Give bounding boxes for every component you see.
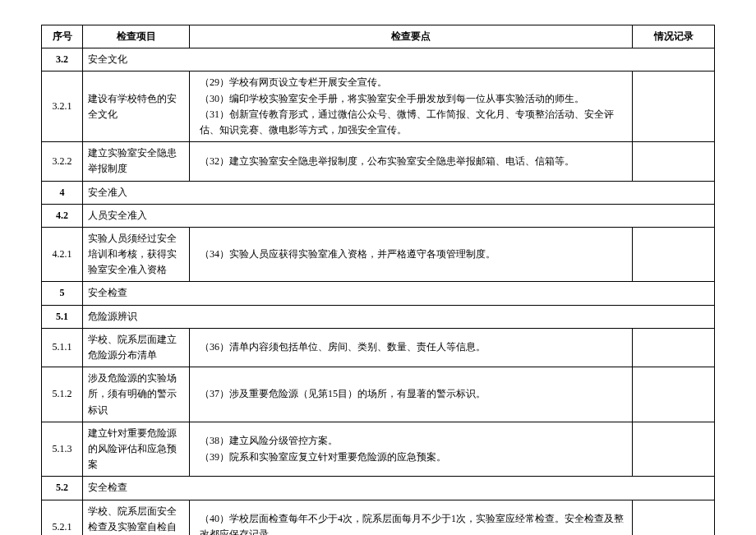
- table-row: 5.2.1 学校、院系层面安全检查及实验室自检自查 （40）学校层面检查每年不少…: [42, 500, 715, 535]
- table-row: 5.1.1 学校、院系层面建立危险源分布清单 （36）清单内容须包括单位、房间、…: [42, 328, 715, 367]
- record-cell: [633, 328, 715, 367]
- seq-cell: 5.2: [42, 477, 83, 500]
- item-cell: 建立实验室安全隐患举报制度: [83, 142, 190, 181]
- keypoints-cell: （38）建立风险分级管控方案。 （39）院系和实验室应复立针对重要危险源的应急预…: [190, 422, 633, 477]
- point-text: （32）建立实验室安全隐患举报制度，公布实验室安全隐患举报邮箱、电话、信箱等。: [200, 154, 627, 169]
- point-text: （38）建立风险分级管控方案。: [200, 433, 627, 449]
- section-title-cell: 危险源辨识: [83, 305, 715, 328]
- seq-cell: 3.2.2: [42, 142, 83, 181]
- record-cell: [633, 422, 715, 477]
- section-title-cell: 安全检查: [83, 282, 715, 305]
- item-cell: 涉及危险源的实验场所，须有明确的警示标识: [83, 367, 190, 422]
- table-row: 5.2 安全检查: [42, 477, 715, 500]
- keypoints-cell: （36）清单内容须包括单位、房间、类别、数量、责任人等信息。: [190, 328, 633, 367]
- point-text: （40）学校层面检查每年不少于4次，院系层面每月不少于1次，实验室应经常检查。安…: [200, 511, 627, 535]
- seq-cell: 5.1.1: [42, 328, 83, 367]
- table-row: 5 安全检查: [42, 282, 715, 305]
- seq-cell: 4: [42, 181, 83, 204]
- item-cell: 建立针对重要危险源的风险评估和应急预案: [83, 422, 190, 477]
- section-title-cell: 安全检查: [83, 477, 715, 500]
- table-row: 3.2 安全文化: [42, 48, 715, 71]
- item-cell: 学校、院系层面建立危险源分布清单: [83, 328, 190, 367]
- keypoints-cell: （37）涉及重要危险源（见第15目）的场所，有显著的警示标识。: [190, 367, 633, 422]
- section-title-cell: 人员安全准入: [83, 204, 715, 227]
- seq-cell: 5.2.1: [42, 500, 83, 535]
- point-text: （31）创新宣传教育形式，通过微信公众号、微博、工作简报、文化月、专项整治活动、…: [200, 107, 627, 138]
- table-header-row: 序号 检查项目 检查要点 情况记录: [42, 25, 715, 48]
- header-record: 情况记录: [633, 25, 715, 48]
- seq-cell: 5.1.3: [42, 422, 83, 477]
- item-cell: 建设有学校特色的安全文化: [83, 71, 190, 142]
- point-text: （36）清单内容须包括单位、房间、类别、数量、责任人等信息。: [200, 339, 627, 355]
- seq-cell: 4.2.1: [42, 227, 83, 282]
- header-item: 检查项目: [83, 25, 190, 48]
- seq-cell: 5.1.2: [42, 367, 83, 422]
- table-row: 4.2 人员安全准入: [42, 204, 715, 227]
- table-row: 3.2.1 建设有学校特色的安全文化 （29）学校有网页设立专栏开展安全宣传。 …: [42, 71, 715, 142]
- seq-cell: 5: [42, 282, 83, 305]
- keypoints-cell: （40）学校层面检查每年不少于4次，院系层面每月不少于1次，实验室应经常检查。安…: [190, 500, 633, 535]
- seq-cell: 4.2: [42, 204, 83, 227]
- section-title-cell: 安全准入: [83, 181, 715, 204]
- point-text: （39）院系和实验室应复立针对重要危险源的应急预案。: [200, 450, 627, 465]
- table-row: 3.2.2 建立实验室安全隐患举报制度 （32）建立实验室安全隐患举报制度，公布…: [42, 142, 715, 181]
- item-cell: 学校、院系层面安全检查及实验室自检自查: [83, 500, 190, 535]
- safety-inspection-table: 序号 检查项目 检查要点 情况记录 3.2 安全文化 3.2.1 建设有学校特色…: [41, 25, 715, 535]
- record-cell: [633, 142, 715, 181]
- table-row: 5.1.3 建立针对重要危险源的风险评估和应急预案 （38）建立风险分级管控方案…: [42, 422, 715, 477]
- keypoints-cell: （32）建立实验室安全隐患举报制度，公布实验室安全隐患举报邮箱、电话、信箱等。: [190, 142, 633, 181]
- header-seq: 序号: [42, 25, 83, 48]
- point-text: （34）实验人员应获得实验室准入资格，并严格遵守各项管理制度。: [200, 247, 627, 262]
- table-row: 5.1 危险源辨识: [42, 305, 715, 328]
- table-row: 5.1.2 涉及危险源的实验场所，须有明确的警示标识 （37）涉及重要危险源（见…: [42, 367, 715, 422]
- table-row: 4 安全准入: [42, 181, 715, 204]
- record-cell: [633, 71, 715, 142]
- keypoints-cell: （29）学校有网页设立专栏开展安全宣传。 （30）编印学校实验室安全手册，将实验…: [190, 71, 633, 142]
- header-key: 检查要点: [190, 25, 633, 48]
- seq-cell: 5.1: [42, 305, 83, 328]
- seq-cell: 3.2: [42, 48, 83, 71]
- record-cell: [633, 500, 715, 535]
- point-text: （30）编印学校实验室安全手册，将实验室安全手册发放到每一位从事实验活动的师生。: [200, 91, 627, 107]
- item-cell: 实验人员须经过安全培训和考核，获得实验室安全准入资格: [83, 227, 190, 282]
- section-title-cell: 安全文化: [83, 48, 715, 71]
- table-row: 4.2.1 实验人员须经过安全培训和考核，获得实验室安全准入资格 （34）实验人…: [42, 227, 715, 282]
- seq-cell: 3.2.1: [42, 71, 83, 142]
- point-text: （37）涉及重要危险源（见第15目）的场所，有显著的警示标识。: [200, 386, 627, 402]
- keypoints-cell: （34）实验人员应获得实验室准入资格，并严格遵守各项管理制度。: [190, 227, 633, 282]
- point-text: （29）学校有网页设立专栏开展安全宣传。: [200, 75, 627, 90]
- record-cell: [633, 227, 715, 282]
- record-cell: [633, 367, 715, 422]
